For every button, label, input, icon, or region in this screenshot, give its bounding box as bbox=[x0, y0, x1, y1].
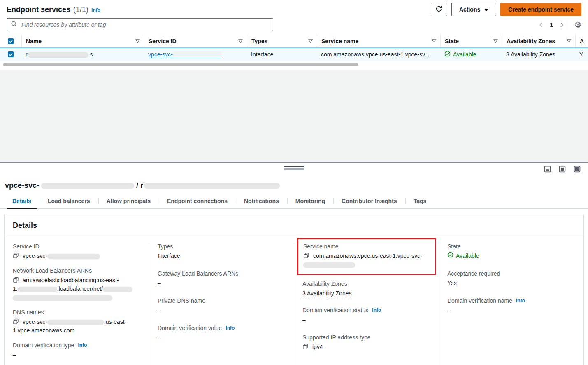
actions-button[interactable]: Actions bbox=[451, 3, 496, 16]
availability-zones-link[interactable]: 3 Availability Zones bbox=[506, 51, 555, 58]
sort-icon[interactable] bbox=[432, 39, 436, 43]
field-glb-arns: Gateway Load Balancers ARNs – bbox=[158, 270, 286, 288]
redacted-text bbox=[47, 254, 100, 259]
redacted-text bbox=[41, 183, 134, 189]
column-header-name[interactable]: Name bbox=[21, 35, 144, 47]
state-badge: Available bbox=[456, 252, 479, 260]
empty-area bbox=[0, 70, 588, 162]
redacted-text bbox=[103, 287, 132, 292]
refresh-icon bbox=[435, 5, 442, 14]
info-link[interactable]: Info bbox=[372, 307, 381, 313]
redacted-text bbox=[144, 183, 280, 189]
panel-size-small-icon[interactable] bbox=[544, 166, 551, 173]
page-title: Endpoint services bbox=[7, 5, 70, 14]
column-header-acceptance[interactable]: A bbox=[575, 35, 588, 47]
row-service-name-cell: com.amazonaws.vpce.us-east-1.vpce-sv... bbox=[317, 51, 440, 58]
toolbar-divider bbox=[569, 20, 569, 30]
tab-notifications[interactable]: Notifications bbox=[236, 194, 287, 208]
details-card-heading: Details bbox=[5, 215, 583, 236]
details-card: Details Service ID vpce-svc- Network Loa… bbox=[4, 215, 584, 365]
column-header-state[interactable]: State bbox=[440, 35, 502, 47]
row-types-cell: Interface bbox=[247, 51, 317, 58]
copy-icon[interactable] bbox=[303, 253, 309, 259]
field-supported-ip-type: Supported IP address type ipv4 bbox=[302, 334, 430, 351]
panel-size-large-icon[interactable] bbox=[574, 166, 581, 173]
column-header-availability-zones[interactable]: Availability Zones bbox=[502, 35, 575, 47]
settings-gear-icon[interactable]: ⚙ bbox=[574, 21, 581, 29]
table-header-row: Name Service ID Types Service name bbox=[0, 35, 588, 48]
copy-icon[interactable] bbox=[302, 344, 309, 350]
sort-icon[interactable] bbox=[493, 39, 498, 43]
copy-icon[interactable] bbox=[13, 318, 19, 325]
column-header-types[interactable]: Types bbox=[247, 35, 317, 47]
table-pane: Endpoint services (1/1) Info Actions bbox=[0, 0, 588, 70]
detail-pane-title: vpce-svc- / r bbox=[0, 177, 588, 192]
state-badge: Available bbox=[453, 51, 476, 58]
availability-zones-link[interactable]: 3 Availability Zones bbox=[302, 290, 352, 297]
endpoint-services-page: Endpoint services (1/1) Info Actions bbox=[0, 0, 588, 365]
tab-contributor-insights[interactable]: Contributor Insights bbox=[333, 194, 405, 208]
field-availability-zones: Availability Zones 3 Availability Zones bbox=[302, 281, 430, 298]
sort-icon[interactable] bbox=[308, 39, 313, 43]
result-count: (1/1) bbox=[73, 5, 88, 14]
check-circle-icon bbox=[444, 51, 451, 58]
search-input[interactable] bbox=[21, 21, 269, 28]
column-header-service-id[interactable]: Service ID bbox=[144, 35, 247, 47]
refresh-button[interactable] bbox=[431, 3, 447, 16]
sort-icon[interactable] bbox=[567, 39, 571, 43]
row-state-cell: Available bbox=[440, 51, 502, 58]
sort-icon[interactable] bbox=[135, 39, 140, 43]
service-id-link[interactable]: vpce-svc- bbox=[148, 51, 221, 58]
pagination-next-icon[interactable] bbox=[559, 22, 564, 28]
field-nlb-arns: Network Load Balancers ARNs arn:aws:elas… bbox=[13, 267, 141, 302]
tab-monitoring[interactable]: Monitoring bbox=[287, 194, 333, 208]
pagination-current-page[interactable]: 1 bbox=[549, 21, 554, 28]
horizontal-scrollbar[interactable] bbox=[3, 63, 585, 67]
details-column-2: Types Interface Gateway Load Balancers A… bbox=[149, 243, 294, 365]
tab-endpoint-connections[interactable]: Endpoint connections bbox=[159, 194, 236, 208]
detail-pane: vpce-svc- / r Details Load balancers All… bbox=[0, 177, 588, 365]
redacted-text bbox=[47, 320, 104, 325]
info-link[interactable]: Info bbox=[78, 342, 87, 348]
detail-tabs: Details Load balancers Allow principals … bbox=[0, 194, 588, 209]
redacted-text bbox=[28, 52, 88, 58]
field-dns-names: DNS names vpce-svc-.us-east- 1.vpce.amaz… bbox=[13, 309, 141, 335]
select-all-checkbox[interactable] bbox=[0, 35, 21, 47]
tab-load-balancers[interactable]: Load balancers bbox=[40, 194, 98, 208]
column-header-service-name[interactable]: Service name bbox=[317, 35, 440, 47]
info-link[interactable]: Info bbox=[225, 325, 235, 331]
scrollbar-thumb[interactable] bbox=[3, 63, 358, 66]
panel-size-medium-icon[interactable] bbox=[559, 166, 566, 173]
table-toolbar: 1 ⚙ bbox=[0, 16, 588, 35]
split-panel-bar bbox=[0, 162, 588, 177]
table-row[interactable]: r s vpce-svc- Interface com.amazonaws.vp… bbox=[0, 48, 588, 61]
service-name-highlight-box: Service name com.amazonaws.vpce.us-east-… bbox=[297, 238, 436, 275]
tab-details[interactable]: Details bbox=[4, 194, 40, 208]
tab-tags[interactable]: Tags bbox=[405, 194, 435, 208]
field-state: State Available bbox=[447, 243, 575, 260]
details-column-1: Service ID vpce-svc- Network Load Balanc… bbox=[5, 243, 149, 365]
row-service-id-cell: vpce-svc- bbox=[144, 51, 247, 58]
field-domain-verification-status: Domain verification status Info – bbox=[302, 307, 430, 324]
sort-icon[interactable] bbox=[238, 39, 243, 43]
check-circle-icon bbox=[447, 252, 453, 260]
row-checkbox[interactable] bbox=[0, 51, 21, 57]
copy-icon[interactable] bbox=[13, 277, 19, 283]
header-info-link[interactable]: Info bbox=[91, 7, 100, 13]
split-panel-drag-handle[interactable] bbox=[284, 166, 304, 170]
field-service-name: Service name com.amazonaws.vpce.us-east-… bbox=[303, 243, 430, 269]
field-types: Types Interface bbox=[158, 243, 286, 260]
pagination-prev-icon[interactable] bbox=[539, 22, 544, 28]
redacted-text bbox=[13, 295, 112, 301]
search-box[interactable] bbox=[7, 18, 273, 31]
caret-down-icon bbox=[484, 6, 488, 13]
redacted-text bbox=[18, 287, 57, 292]
search-icon bbox=[11, 21, 17, 29]
info-link[interactable]: Info bbox=[516, 298, 525, 304]
tab-allow-principals[interactable]: Allow principals bbox=[98, 194, 159, 208]
actions-button-label: Actions bbox=[459, 6, 480, 13]
row-acceptance-cell: Y bbox=[575, 51, 588, 58]
copy-icon[interactable] bbox=[13, 253, 19, 259]
create-endpoint-service-button[interactable]: Create endpoint service bbox=[500, 3, 581, 16]
redacted-text bbox=[303, 262, 355, 268]
